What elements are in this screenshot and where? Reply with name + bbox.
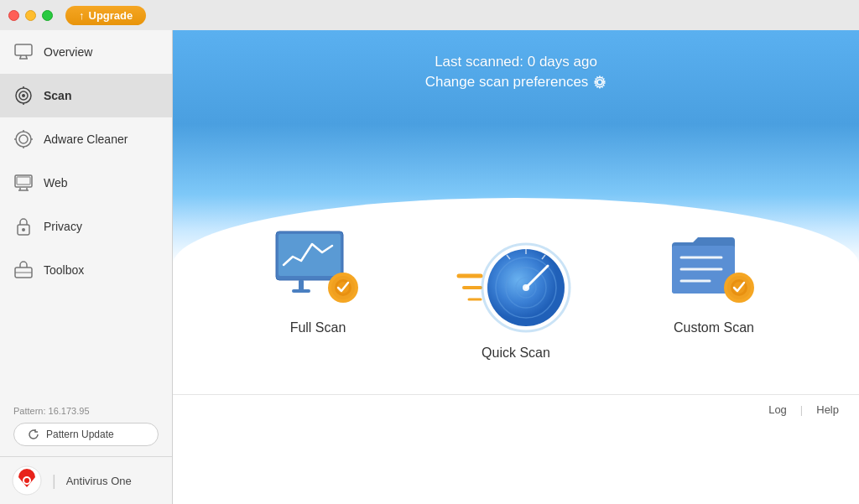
svg-point-27: [597, 80, 602, 85]
scan-circle-icon: [13, 86, 34, 106]
quick-scan-label: Quick Scan: [482, 346, 550, 361]
custom-scan-label: Custom Scan: [674, 320, 754, 335]
svg-rect-31: [292, 289, 310, 293]
app-body: Overview Scan: [0, 30, 859, 504]
scan-prefs-label: Change scan preferences: [425, 74, 589, 91]
sidebar-item-scan[interactable]: Scan: [0, 74, 172, 117]
sidebar-label-toolbox: Toolbox: [44, 263, 84, 277]
full-scan-svg: [272, 227, 364, 311]
upgrade-label: Upgrade: [89, 9, 133, 22]
trend-micro-logo: [12, 465, 42, 496]
quick-scan-icon-wrapper: [466, 231, 566, 332]
scan-options: Full Scan: [173, 215, 859, 394]
quick-scan-svg: [457, 227, 575, 336]
sidebar-item-toolbox[interactable]: Toolbox: [0, 248, 172, 292]
bottom-bar: Log | Help: [173, 394, 859, 424]
monitor-icon: [13, 42, 34, 62]
sidebar-label-scan: Scan: [44, 89, 71, 102]
pattern-update-button[interactable]: Pattern Update: [13, 423, 159, 446]
sidebar-item-web[interactable]: Web: [0, 161, 172, 205]
svg-rect-16: [17, 177, 30, 184]
main-content: Last scanned: 0 days ago Change scan pre…: [173, 30, 859, 504]
sidebar-label-overview: Overview: [44, 45, 92, 59]
pattern-update-label: Pattern Update: [46, 429, 114, 440]
sidebar-item-overview[interactable]: Overview: [0, 30, 172, 74]
gear-icon: [593, 75, 607, 89]
custom-scan-icon-wrapper: [672, 231, 756, 307]
footer-divider: |: [800, 403, 803, 416]
upgrade-button[interactable]: ↑ Upgrade: [65, 6, 146, 25]
sidebar-label-adware: Adware Cleaner: [44, 132, 128, 146]
svg-point-6: [22, 94, 25, 97]
adware-icon: [13, 129, 34, 149]
svg-rect-0: [15, 44, 32, 55]
sidebar-label-web: Web: [44, 176, 68, 190]
full-scan-icon-wrapper: [276, 231, 360, 307]
brand-name: Antivirus One: [66, 475, 132, 487]
sidebar-item-adware[interactable]: Adware Cleaner: [0, 117, 172, 161]
pattern-version: Pattern: 16.173.95: [13, 406, 159, 416]
refresh-icon: [28, 429, 39, 440]
brand-divider: |: [52, 472, 56, 490]
full-scan-label: Full Scan: [290, 320, 346, 335]
close-button[interactable]: [8, 10, 19, 21]
scan-prefs-link[interactable]: Change scan preferences: [425, 74, 607, 91]
sidebar: Overview Scan: [0, 30, 173, 504]
svg-rect-29: [279, 234, 341, 276]
sidebar-label-privacy: Privacy: [44, 220, 82, 233]
sidebar-bottom: Pattern: 16.173.95 Pattern Update: [0, 396, 172, 456]
upgrade-arrow-icon: ↑: [79, 9, 85, 22]
minimize-button[interactable]: [25, 10, 36, 21]
sidebar-item-privacy[interactable]: Privacy: [0, 205, 172, 248]
title-bar: ↑ Upgrade: [0, 0, 859, 30]
svg-rect-30: [299, 280, 304, 290]
privacy-icon: [13, 216, 34, 236]
web-icon: [13, 173, 34, 193]
full-scan-option[interactable]: Full Scan: [276, 231, 360, 335]
help-link[interactable]: Help: [816, 403, 839, 416]
last-scanned-text: Last scanned: 0 days ago: [435, 54, 597, 70]
quick-scan-option[interactable]: Quick Scan: [466, 231, 566, 361]
toolbox-icon: [13, 260, 34, 280]
svg-point-26: [24, 478, 29, 483]
maximize-button[interactable]: [42, 10, 53, 21]
svg-point-10: [19, 135, 28, 143]
svg-point-21: [22, 228, 25, 231]
log-link[interactable]: Log: [768, 403, 787, 416]
custom-scan-svg: [668, 227, 760, 311]
sidebar-footer: | Antivirus One: [0, 456, 172, 504]
svg-point-9: [16, 132, 31, 147]
brand-logo: [12, 465, 42, 496]
custom-scan-option[interactable]: Custom Scan: [672, 231, 756, 335]
